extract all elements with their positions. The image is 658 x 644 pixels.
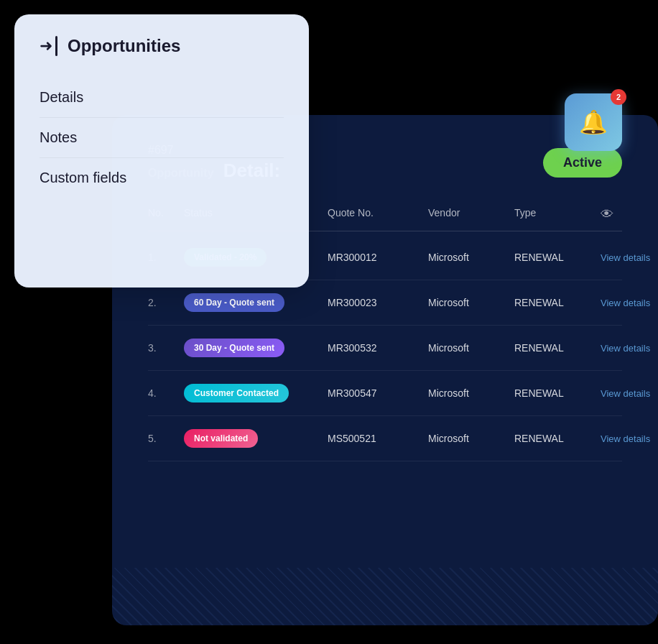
row-5-action[interactable]: View details — [601, 433, 658, 444]
view-details-link-3[interactable]: View details — [601, 343, 650, 354]
notification-badge: 2 — [611, 89, 626, 105]
row-4-quote: MR300547 — [328, 387, 428, 399]
eye-icon: 👁 — [601, 207, 613, 221]
row-3-quote: MR300532 — [328, 342, 428, 354]
row-3-vendor: Microsoft — [428, 342, 514, 354]
row-4-action[interactable]: View details — [601, 387, 658, 399]
row-4-status: Customer Contacted — [184, 384, 328, 402]
row-3-num: 3. — [148, 342, 184, 354]
row-1-quote: MR300012 — [328, 252, 428, 263]
arrow-right-icon: ➜ — [40, 37, 52, 55]
view-details-link-2[interactable]: View details — [601, 298, 650, 308]
row-3-action[interactable]: View details — [601, 342, 658, 354]
row-4-num: 4. — [148, 387, 184, 399]
bottom-pattern — [112, 568, 658, 625]
row-1-type: RENEWAL — [514, 252, 601, 263]
sidebar-item-custom-fields[interactable]: Custom fields — [40, 158, 284, 198]
sidebar-overlay: ➜ Opportunities Details Notes Custom fie… — [14, 14, 309, 288]
col-quote: Quote No. — [328, 207, 428, 222]
row-2-num: 2. — [148, 297, 184, 308]
notification-bell[interactable]: 🔔 2 — [565, 93, 622, 151]
row-5-vendor: Microsoft — [428, 433, 514, 444]
row-2-type: RENEWAL — [514, 297, 601, 308]
table-row: 5. Not validated MS500521 Microsoft RENE… — [148, 416, 622, 461]
col-vendor: Vendor — [428, 207, 514, 222]
badge-contacted: Customer Contacted — [184, 384, 289, 402]
row-5-num: 5. — [148, 433, 184, 444]
row-2-action[interactable]: View details — [601, 297, 658, 308]
bell-icon: 🔔 — [579, 109, 608, 136]
row-5-status: Not validated — [184, 429, 328, 448]
sidebar-title: Opportunities — [68, 36, 180, 56]
row-2-status: 60 Day - Quote sent — [184, 293, 328, 312]
status-badge: Active — [543, 148, 622, 178]
row-5-quote: MS500521 — [328, 433, 428, 444]
sidebar-item-notes[interactable]: Notes — [40, 118, 284, 158]
row-3-status: 30 Day - Quote sent — [184, 339, 328, 357]
row-4-type: RENEWAL — [514, 387, 601, 399]
row-4-vendor: Microsoft — [428, 387, 514, 399]
col-action: 👁 — [601, 207, 658, 222]
badge-60day: 60 Day - Quote sent — [184, 293, 284, 312]
row-2-quote: MR300023 — [328, 297, 428, 308]
row-3-type: RENEWAL — [514, 342, 601, 354]
col-type: Type — [514, 207, 601, 222]
view-details-link-1[interactable]: View details — [601, 252, 650, 263]
sidebar-nav: Details Notes Custom fields — [40, 78, 284, 198]
sidebar-arrow-icon: ➜ — [40, 36, 57, 56]
view-details-link-4[interactable]: View details — [601, 388, 650, 399]
view-details-link-5[interactable]: View details — [601, 433, 650, 444]
table-row: 3. 30 Day - Quote sent MR300532 Microsof… — [148, 326, 622, 371]
sidebar-item-details[interactable]: Details — [40, 78, 284, 118]
row-1-action[interactable]: View details — [601, 252, 658, 263]
divider-line — [55, 36, 57, 56]
badge-30day: 30 Day - Quote sent — [184, 339, 284, 357]
row-2-vendor: Microsoft — [428, 297, 514, 308]
row-1-vendor: Microsoft — [428, 252, 514, 263]
row-5-type: RENEWAL — [514, 433, 601, 444]
table-row: 4. Customer Contacted MR300547 Microsoft… — [148, 371, 622, 416]
badge-notvalidated: Not validated — [184, 429, 258, 448]
sidebar-logo: ➜ Opportunities — [40, 36, 284, 56]
